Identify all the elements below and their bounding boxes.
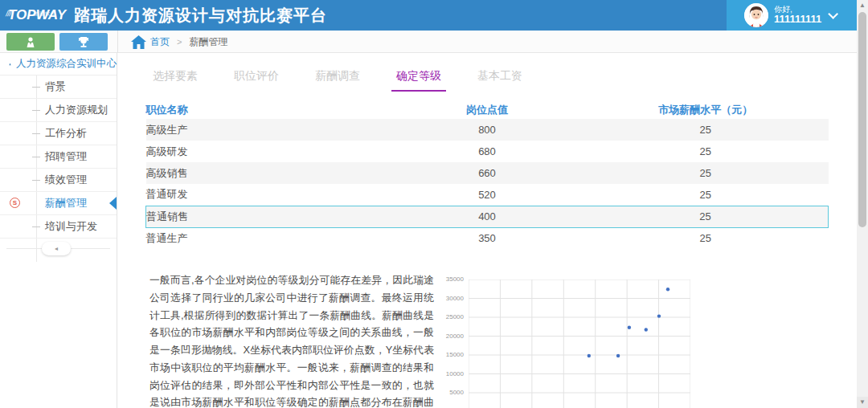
scatter-point xyxy=(616,354,620,357)
cell-salary: 25 xyxy=(583,206,829,227)
sidebar-item-compensation[interactable]: S 薪酬管理 xyxy=(0,192,117,215)
sidebar-item-label: 招聘管理 xyxy=(45,149,87,164)
status-s-icon: S xyxy=(10,198,20,208)
col-header-position-name: 职位名称 xyxy=(146,100,392,119)
scatter-point xyxy=(588,354,591,357)
table-row[interactable]: 高级研发 680 25 xyxy=(146,141,829,162)
breadcrumb-home-link[interactable]: 首页 xyxy=(150,35,170,49)
cell-position: 高级销售 xyxy=(146,162,392,184)
sidebar-item-recruitment[interactable]: 招聘管理 xyxy=(0,145,117,169)
sidebar-center-title-label: 人力资源综合实训中心 xyxy=(16,57,117,71)
col-header-point-value: 岗位点值 xyxy=(391,100,583,119)
position-table: 职位名称 岗位点值 市场薪酬水平（元） 高级生产 800 25 高级研发 680… xyxy=(145,100,829,249)
sidebar-item-label: 背景 xyxy=(45,80,66,94)
practice-mode-button[interactable] xyxy=(6,33,55,51)
y-axis-tick-label: 35000 xyxy=(436,275,464,283)
cell-position: 普通销售 xyxy=(146,206,392,227)
sidebar-item-hr-planning[interactable]: 人力资源规划 xyxy=(0,99,117,122)
logo-subtext: 踏瑞软件 xyxy=(34,10,56,18)
salary-scatter-plot xyxy=(469,279,690,408)
sidebar-item-performance[interactable]: 绩效管理 xyxy=(0,169,117,192)
table-row-selected[interactable]: 普通销售 400 25 xyxy=(146,206,829,227)
person-icon xyxy=(9,59,11,70)
table-row[interactable]: 高级生产 800 25 xyxy=(146,119,829,141)
col-header-market-salary: 市场薪酬水平（元） xyxy=(583,100,829,119)
table-row[interactable]: 高级销售 660 25 xyxy=(146,162,829,184)
person-mode-icon xyxy=(24,36,37,48)
top-header-bar: ⫻ TOPWAY 踏瑞软件 踏瑞人力资源设计与对抗比赛平台 你好, xyxy=(0,0,857,31)
cell-position: 高级生产 xyxy=(146,119,392,141)
sidebar-item-label: 薪酬管理 xyxy=(45,196,87,210)
cell-salary: 25 xyxy=(583,162,829,184)
y-axis-tick-label: 25000 xyxy=(436,313,464,320)
user-name: 111111111 xyxy=(774,14,821,26)
chart-y-axis: 5000100001500020000250003000035000 xyxy=(436,273,465,408)
table-row[interactable]: 普通研发 520 25 xyxy=(146,184,829,206)
cell-points: 400 xyxy=(391,206,583,227)
tab-salary-survey[interactable]: 薪酬调查 xyxy=(312,69,363,92)
sidebar-item-label: 培训与开发 xyxy=(45,219,97,234)
salary-scatter-chart: 5000100001500020000250003000035000 xyxy=(436,273,694,408)
breadcrumb-separator: > xyxy=(177,37,182,47)
competition-mode-button[interactable] xyxy=(59,33,108,51)
sidebar-center-title[interactable]: 人力资源综合实训中心 xyxy=(0,53,117,75)
main-content: 选择要素 职位评价 薪酬调查 确定等级 基本工资 职位名称 岗位点值 市场薪酬水… xyxy=(118,53,857,408)
cell-points: 660 xyxy=(391,162,583,184)
item-tick xyxy=(32,157,40,157)
scatter-point xyxy=(666,288,669,291)
tab-determine-grade[interactable]: 确定等级 xyxy=(393,69,444,92)
item-tick xyxy=(32,87,40,88)
logo-wing-icon: ⫻ xyxy=(6,9,12,18)
item-tick xyxy=(32,226,40,227)
user-menu[interactable]: 你好, 111111111 xyxy=(727,0,857,31)
breadcrumb: 首页 > 薪酬管理 xyxy=(131,31,227,53)
cell-points: 680 xyxy=(391,141,583,162)
chevron-down-icon[interactable] xyxy=(829,9,839,19)
toolbar-breadcrumb-bar: 首页 > 薪酬管理 xyxy=(0,31,857,53)
item-tick xyxy=(32,110,40,111)
tab-base-salary[interactable]: 基本工资 xyxy=(474,69,526,92)
scatter-point xyxy=(645,328,648,331)
cell-salary: 25 xyxy=(583,119,829,141)
active-item-arrow-icon xyxy=(109,197,117,210)
y-axis-tick-label: 5000 xyxy=(436,389,464,396)
home-icon[interactable] xyxy=(131,35,146,49)
scatter-point xyxy=(628,325,631,328)
cell-position: 普通研发 xyxy=(146,184,392,206)
user-info: 你好, 111111111 xyxy=(774,5,821,26)
topway-logo[interactable]: ⫻ TOPWAY 踏瑞软件 xyxy=(0,8,74,22)
cell-position: 普通生产 xyxy=(146,227,392,249)
cell-points: 520 xyxy=(391,184,583,206)
y-axis-tick-label: 20000 xyxy=(436,333,464,340)
tab-bar: 选择要素 职位评价 薪酬调查 确定等级 基本工资 xyxy=(149,69,555,92)
sidebar-item-job-analysis[interactable]: 工作分析 xyxy=(0,122,117,145)
sidebar-item-background[interactable]: 背景 xyxy=(0,75,117,99)
sidebar: 人力资源综合实训中心 背景 人力资源规划 工作分析 招聘管理 绩效管理 S 薪酬… xyxy=(0,53,117,408)
sidebar-item-label: 人力资源规划 xyxy=(45,103,108,117)
item-tick xyxy=(32,133,40,134)
scroll-down-icon[interactable]: ▼ xyxy=(857,397,868,408)
sidebar-collapse-row: ◂ xyxy=(0,239,117,259)
table-row[interactable]: 普通生产 350 25 xyxy=(146,227,829,249)
tab-select-factors[interactable]: 选择要素 xyxy=(149,69,201,92)
scroll-up-icon[interactable]: ▲ xyxy=(857,0,868,11)
page: ⫻ TOPWAY 踏瑞软件 踏瑞人力资源设计与对抗比赛平台 你好, xyxy=(0,0,868,408)
page-title: 踏瑞人力资源设计与对抗比赛平台 xyxy=(74,5,327,27)
scrollbar-thumb[interactable] xyxy=(858,12,866,227)
table-header-row: 职位名称 岗位点值 市场薪酬水平（元） xyxy=(146,100,829,119)
cell-salary: 25 xyxy=(583,227,829,249)
cell-salary: 25 xyxy=(583,184,829,206)
cell-points: 350 xyxy=(391,227,583,249)
vertical-scrollbar[interactable]: ▲ ▼ xyxy=(857,0,868,408)
sidebar-item-training[interactable]: 培训与开发 xyxy=(0,215,117,239)
tab-position-evaluation[interactable]: 职位评价 xyxy=(231,69,282,92)
item-tick xyxy=(32,180,40,181)
cell-salary: 25 xyxy=(583,141,829,162)
cell-position: 高级研发 xyxy=(146,141,392,162)
y-axis-tick-label: 10000 xyxy=(436,370,464,377)
sidebar-collapse-button[interactable]: ◂ xyxy=(42,242,71,255)
sidebar-item-label: 绩效管理 xyxy=(45,173,87,187)
y-axis-tick-label: 15000 xyxy=(436,351,464,358)
trophy-mode-icon xyxy=(77,36,90,48)
chart-plot-area xyxy=(469,279,690,408)
